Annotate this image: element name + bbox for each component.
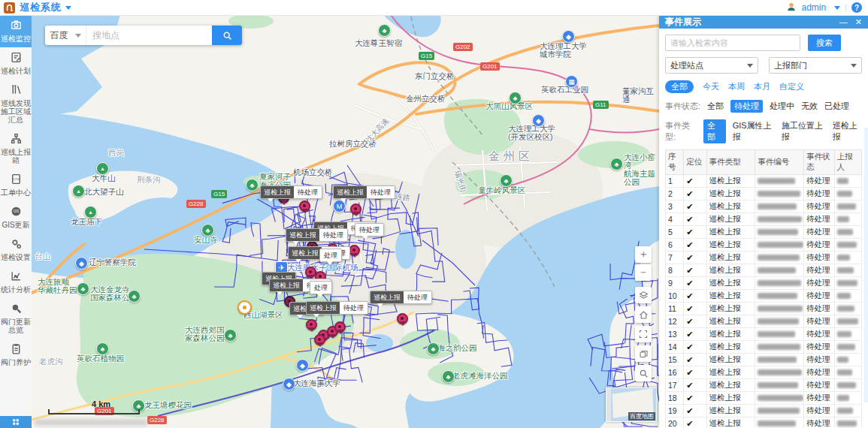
map-control-zoom-out[interactable]: －	[635, 264, 652, 281]
sidebar-item-chart[interactable]: 统计分析	[0, 266, 32, 298]
sidebar-item-camera[interactable]: 巡检监控	[0, 15, 32, 47]
sidebar-item-books[interactable]: 巡线发现施工区域汇总	[0, 80, 32, 128]
type-filter-option[interactable]: 巡检上报	[833, 120, 862, 143]
map-control-zoom-in[interactable]: ＋	[635, 246, 652, 263]
cell-locate[interactable]: ✔	[684, 366, 706, 379]
sidebar-item-clipboard[interactable]: 阀门养护	[0, 339, 32, 371]
type-filter-option[interactable]: 全部	[703, 119, 726, 143]
table-row[interactable]: 13✔巡检上报待处理	[666, 328, 862, 341]
map-control-layers[interactable]	[635, 287, 652, 303]
cell-locate[interactable]: ✔	[684, 379, 706, 392]
table-row[interactable]: 9✔巡检上报待处理	[666, 277, 862, 290]
type-filter-option[interactable]: 施工位置上报	[782, 120, 826, 143]
event-pin[interactable]	[314, 334, 325, 345]
time-filter-option[interactable]: 今天	[703, 81, 719, 92]
map-canvas[interactable]: 大连尊王智宿大连理工大学 城市学院英歌石工业园大黑山风景区大连理工大学 (开发区…	[32, 15, 659, 428]
panel-minimize-button[interactable]: —	[839, 17, 848, 27]
event-callout[interactable]: 处理	[319, 249, 342, 262]
sidebar-item-magnifier[interactable]: 阀门更新总览	[0, 298, 32, 339]
minimap-toggle[interactable]	[606, 388, 611, 421]
table-row[interactable]: 4✔巡检上报待处理	[666, 213, 862, 226]
map-search-input[interactable]	[86, 26, 212, 45]
locate-check-icon[interactable]: ✔	[686, 202, 693, 211]
locate-check-icon[interactable]: ✔	[686, 215, 693, 224]
table-row[interactable]: 7✔巡检上报待处理	[666, 252, 862, 264]
table-row[interactable]: 18✔巡检上报待处理	[666, 392, 862, 405]
user-name[interactable]: admin	[801, 2, 826, 13]
table-row[interactable]: 3✔巡检上报待处理	[666, 200, 862, 213]
event-callout[interactable]: 巡检上报待处理	[286, 228, 348, 242]
cell-locate[interactable]: ✔	[684, 200, 706, 213]
locate-check-icon[interactable]: ✔	[686, 419, 693, 428]
locate-check-icon[interactable]: ✔	[686, 304, 693, 313]
locate-check-icon[interactable]: ✔	[686, 355, 693, 364]
cell-locate[interactable]: ✔	[684, 405, 706, 417]
table-row[interactable]: 11✔巡检上报待处理	[666, 303, 862, 315]
event-pin[interactable]	[306, 319, 317, 330]
status-filter-option[interactable]: 待处理	[730, 100, 763, 113]
time-filter-option[interactable]: 本月	[754, 81, 770, 92]
locate-check-icon[interactable]: ✔	[686, 279, 693, 288]
locate-check-icon[interactable]: ✔	[686, 266, 693, 275]
sidebar-item-tree[interactable]: 巡线上报箱	[0, 128, 32, 169]
table-row[interactable]: 17✔巡检上报待处理	[666, 379, 862, 392]
table-row[interactable]: 14✔巡检上报待处理	[666, 341, 862, 354]
map-search-engine-select[interactable]: 百度	[45, 26, 86, 45]
table-row[interactable]: 8✔巡检上报待处理	[666, 264, 862, 277]
table-row[interactable]: 12✔巡检上报待处理	[666, 315, 862, 328]
locate-check-icon[interactable]: ✔	[686, 240, 693, 249]
locate-check-icon[interactable]: ✔	[686, 381, 693, 390]
cell-locate[interactable]: ✔	[684, 188, 706, 200]
cell-locate[interactable]: ✔	[684, 252, 706, 264]
sidebar-item-log[interactable]: LOG工单中心	[0, 169, 32, 201]
cell-locate[interactable]: ✔	[684, 341, 706, 354]
time-filter-option[interactable]: 本周	[728, 81, 745, 92]
table-row[interactable]: 19✔巡检上报待处理	[666, 405, 862, 417]
table-vscrollbar[interactable]	[864, 128, 868, 402]
table-row[interactable]: 2✔巡检上报待处理	[666, 188, 862, 200]
event-pin[interactable]	[334, 321, 346, 333]
table-row[interactable]: 5✔巡检上报待处理	[666, 226, 862, 239]
cell-locate[interactable]: ✔	[684, 328, 706, 341]
station-select[interactable]: 处理站点	[665, 57, 758, 74]
table-row[interactable]: 15✔巡检上报待处理	[666, 354, 862, 366]
map-control-fullscreen[interactable]	[635, 326, 652, 342]
table-row[interactable]: 6✔巡检上报待处理	[666, 239, 862, 252]
locate-check-icon[interactable]: ✔	[686, 406, 693, 415]
sidebar-apps-button[interactable]	[0, 416, 32, 428]
map-control-overview[interactable]	[635, 345, 652, 362]
cell-locate[interactable]: ✔	[684, 303, 706, 315]
sidebar-item-gears[interactable]: 巡检设置	[0, 234, 32, 266]
status-filter-option[interactable]: 全部	[707, 101, 724, 112]
cell-locate[interactable]: ✔	[684, 277, 706, 290]
event-callout[interactable]: 巡检上报待处理	[370, 291, 432, 304]
event-pin[interactable]	[349, 245, 360, 256]
event-callout[interactable]: 待处理	[355, 223, 384, 237]
panel-close-button[interactable]: ✕	[855, 17, 862, 27]
locate-check-icon[interactable]: ✔	[686, 330, 693, 339]
map-control-search[interactable]	[635, 365, 652, 381]
locate-check-icon[interactable]: ✔	[686, 228, 693, 237]
type-filter-option[interactable]: GIS属性上报	[733, 120, 775, 143]
locate-check-icon[interactable]: ✔	[686, 342, 693, 351]
help-icon[interactable]: ?	[851, 2, 862, 13]
map-search-button[interactable]	[212, 26, 242, 45]
event-search-button[interactable]: 搜索	[808, 35, 841, 51]
status-filter-option[interactable]: 无效	[801, 101, 818, 112]
locate-check-icon[interactable]: ✔	[686, 393, 693, 402]
event-pin[interactable]	[350, 203, 361, 215]
cell-locate[interactable]: ✔	[684, 290, 706, 303]
table-row[interactable]: 1✔巡检上报待处理	[666, 175, 862, 188]
event-callout[interactable]: 巡检上报待处理	[306, 301, 368, 315]
map-control-home[interactable]	[635, 306, 652, 323]
app-title-caret-icon[interactable]	[65, 6, 71, 10]
time-filter-option[interactable]: 自定义	[779, 81, 804, 92]
cell-locate[interactable]: ✔	[684, 213, 706, 226]
status-filter-option[interactable]: 处理中	[770, 101, 794, 112]
locate-check-icon[interactable]: ✔	[686, 253, 693, 262]
cell-locate[interactable]: ✔	[684, 315, 706, 328]
cell-locate[interactable]: ✔	[684, 264, 706, 277]
event-pin[interactable]	[299, 200, 310, 212]
table-row[interactable]: 20✔巡检上报待处理	[666, 417, 862, 428]
locate-check-icon[interactable]: ✔	[686, 176, 693, 185]
